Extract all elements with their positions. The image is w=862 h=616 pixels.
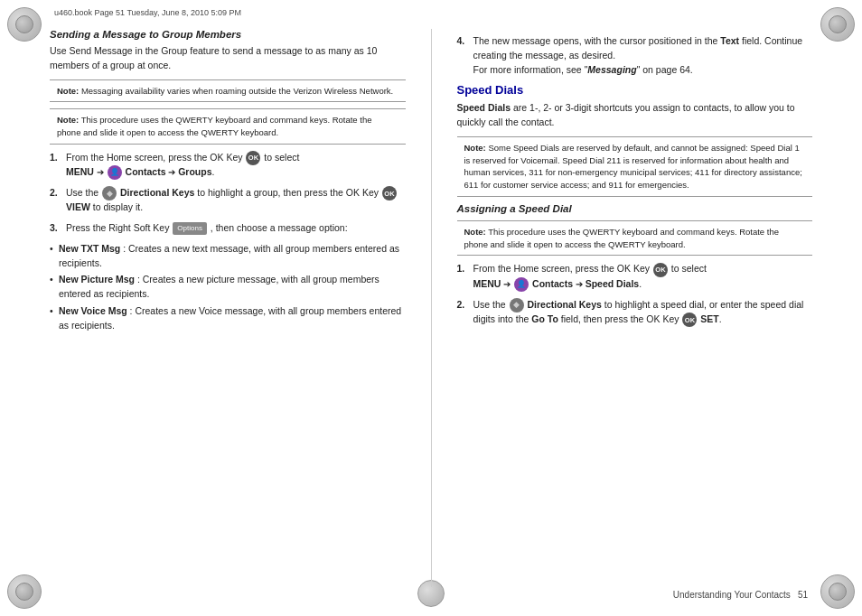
- view-label-step2: VIEW: [66, 201, 90, 212]
- note-assign-label: Note:: [464, 227, 486, 237]
- menu-text-assign1: MENU: [473, 278, 501, 289]
- note-assign-text: This procedure uses the QWERTY keyboard …: [464, 227, 780, 249]
- note-box-1: Note: Messaging availability varies when…: [50, 79, 406, 103]
- bullet-3-label: New Voice Msg: [59, 305, 127, 316]
- step-4: 4. The new message opens, with the curso…: [457, 34, 813, 77]
- note-speed-label: Note:: [464, 143, 486, 153]
- dir-key-assign2: [510, 298, 524, 313]
- dir-key-step2: [102, 186, 117, 201]
- step-4-number: 4.: [457, 34, 473, 49]
- dir-label-assign2: Directional Keys: [528, 299, 602, 310]
- footer-page-number: 51: [798, 590, 808, 600]
- vertical-divider: [431, 29, 432, 587]
- step-1-number: 1.: [50, 151, 66, 165]
- step-2-number: 2.: [50, 186, 66, 201]
- ok-key-step1: OK: [246, 151, 260, 165]
- step-3-number: 3.: [50, 221, 66, 236]
- note1-text: Messaging availability varies when roami…: [81, 86, 393, 96]
- left-section-title: Sending a Message to Group Members: [50, 29, 406, 40]
- bullet-list: New TXT Msg : Creates a new text message…: [50, 242, 406, 333]
- contacts-label-assign1: Contacts: [532, 278, 573, 289]
- contacts-icon-assign1: 👤: [514, 277, 529, 292]
- goto-field-bold: Go To: [531, 313, 558, 324]
- corner-decoration-bl: [7, 574, 42, 609]
- assign-step-1-number: 1.: [457, 262, 473, 276]
- step-2: 2. Use the Directional Keys to highlight…: [50, 186, 406, 215]
- step-3-content: Press the Right Soft Key Options , then …: [66, 221, 406, 236]
- contacts-icon-step1: 👤: [108, 165, 122, 180]
- steps-list: 1. From the Home screen, press the OK Ke…: [50, 151, 406, 236]
- left-intro-text: Use Send Message in the Group feature to…: [50, 44, 406, 73]
- step-3: 3. Press the Right Soft Key Options , th…: [50, 221, 406, 236]
- bullet-1-label: New TXT Msg: [59, 243, 120, 254]
- speed-dials-heading: Speed Dials: [457, 83, 813, 97]
- bullet-2: New Picture Msg : Creates a new picture …: [50, 273, 406, 302]
- set-label-assign2: SET: [700, 313, 718, 324]
- speed-dials-intro: Speed Dials are 1-, 2- or 3-digit shortc…: [457, 101, 813, 130]
- arrow2-assign1: ➔: [576, 279, 586, 289]
- ok-key-assign1: OK: [653, 263, 668, 277]
- text-field-bold: Text: [720, 35, 739, 46]
- step-4-content: The new message opens, with the cursor p…: [473, 34, 813, 77]
- assigning-title: Assigning a Speed Dial: [457, 203, 813, 214]
- soft-key-options: Options: [173, 222, 207, 235]
- page-container: u460.book Page 51 Tuesday, June 8, 2010 …: [0, 0, 862, 616]
- right-column: 4. The new message opens, with the curso…: [452, 29, 813, 587]
- note-box-assign: Note: This procedure uses the QWERTY key…: [457, 220, 813, 257]
- destination-step1: Groups: [178, 166, 211, 177]
- left-column: Sending a Message to Group Members Use S…: [50, 29, 411, 587]
- assign-step-2: 2. Use the Directional Keys to highlight…: [457, 298, 813, 327]
- note-speed-text: Some Speed Dials are reserved by default…: [464, 143, 802, 190]
- speed-dials-bold: Speed Dials: [457, 102, 511, 113]
- top-bar: u460.book Page 51 Tuesday, June 8, 2010 …: [0, 0, 862, 25]
- footer-label: Understanding Your Contacts: [673, 590, 791, 600]
- menu-text-step1: MENU: [66, 166, 94, 177]
- ok-key-step2: OK: [382, 186, 397, 201]
- assign-step-2-number: 2.: [457, 298, 473, 313]
- content-area: Sending a Message to Group Members Use S…: [50, 29, 812, 587]
- note-box-2: Note: This procedure uses the QWERTY key…: [50, 108, 406, 145]
- corner-decoration-tr: [820, 7, 855, 42]
- ok-key-assign2: OK: [682, 313, 697, 327]
- assign-step-1-content: From the Home screen, press the OK Key O…: [473, 262, 813, 291]
- note-box-speed: Note: Some Speed Dials are reserved by d…: [457, 136, 813, 197]
- note2-text: This procedure uses the QWERTY keyboard …: [57, 115, 372, 137]
- right-steps-list: 4. The new message opens, with the curso…: [457, 34, 813, 77]
- arrow1-step1: ➔: [97, 167, 107, 177]
- bullet-2-label: New Picture Msg: [59, 274, 135, 285]
- note1-label: Note:: [57, 86, 79, 96]
- corner-decoration-tl: [7, 7, 42, 42]
- step-1-content: From the Home screen, press the OK Key O…: [66, 151, 406, 180]
- messaging-italic: Messaging: [587, 64, 636, 75]
- corner-decoration-br: [820, 574, 855, 609]
- destination-assign1: Speed Dials: [586, 278, 640, 289]
- assign-step-2-content: Use the Directional Keys to highlight a …: [473, 298, 813, 327]
- dir-label-step2: Directional Keys: [120, 187, 194, 198]
- arrow2-step1: ➔: [168, 167, 178, 177]
- step-2-content: Use the Directional Keys to highlight a …: [66, 186, 406, 215]
- bullet-3: New Voice Msg : Creates a new Voice mess…: [50, 304, 406, 333]
- top-bar-text: u460.book Page 51 Tuesday, June 8, 2010 …: [54, 8, 241, 17]
- assign-steps-list: 1. From the Home screen, press the OK Ke…: [457, 262, 813, 327]
- note2-label: Note:: [57, 115, 79, 125]
- arrow1-assign1: ➔: [503, 279, 513, 289]
- contacts-label-step1: Contacts: [126, 166, 166, 177]
- bullet-1: New TXT Msg : Creates a new text message…: [50, 242, 406, 271]
- page-footer: Understanding Your Contacts 51: [673, 590, 808, 600]
- assign-step-1: 1. From the Home screen, press the OK Ke…: [457, 262, 813, 291]
- step-1: 1. From the Home screen, press the OK Ke…: [50, 151, 406, 180]
